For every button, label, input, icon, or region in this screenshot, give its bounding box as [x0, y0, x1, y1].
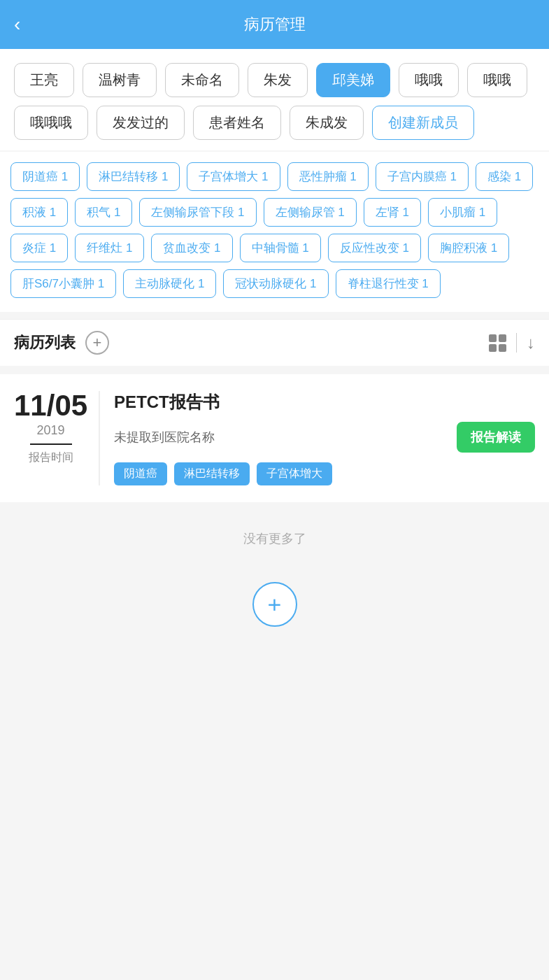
patient-tag[interactable]: 患者姓名: [193, 106, 281, 140]
condition-tag[interactable]: 感染 1: [476, 162, 533, 191]
record-cards: 11/05 2019 报告时间 PETCT报告书未提取到医院名称报告解读阴道癌淋…: [0, 374, 549, 502]
condition-tag[interactable]: 肝S6/7小囊肿 1: [10, 269, 116, 298]
header: ‹ 病历管理: [0, 0, 549, 49]
record-condition-tag[interactable]: 淋巴结转移: [174, 462, 250, 485]
record-condition-tag[interactable]: 阴道癌: [114, 462, 167, 485]
condition-tag[interactable]: 纤维灶 1: [75, 234, 144, 262]
condition-tag[interactable]: 积液 1: [10, 198, 68, 227]
patient-tag[interactable]: 哦哦: [399, 63, 459, 97]
condition-tag[interactable]: 脊柱退行性变 1: [336, 269, 441, 298]
patient-tag[interactable]: 创建新成员: [372, 106, 474, 140]
condition-tag[interactable]: 胸腔积液 1: [428, 234, 509, 262]
no-more-text: 没有更多了: [0, 502, 549, 568]
add-record-button[interactable]: +: [85, 331, 109, 355]
record-content: PETCT报告书未提取到医院名称报告解读阴道癌淋巴结转移子宫体增大: [114, 391, 535, 485]
condition-tag[interactable]: 反应性改变 1: [328, 234, 421, 262]
patient-tag[interactable]: 哦哦哦: [14, 106, 88, 140]
patient-tag[interactable]: 朱发: [248, 63, 308, 97]
condition-tag[interactable]: 子宫内膜癌 1: [376, 162, 469, 191]
patient-tag[interactable]: 温树青: [83, 63, 157, 97]
condition-section: 阴道癌 1淋巴结转移 1子宫体增大 1恶性肿瘤 1子宫内膜癌 1感染 1积液 1…: [0, 152, 549, 312]
grid-view-button[interactable]: [489, 334, 506, 352]
patient-tag[interactable]: 朱成发: [290, 106, 364, 140]
condition-tag[interactable]: 中轴骨髓 1: [240, 234, 321, 262]
condition-tag[interactable]: 子宫体增大 1: [187, 162, 280, 191]
condition-tag[interactable]: 积气 1: [75, 198, 132, 227]
condition-tags: 阴道癌 1淋巴结转移 1子宫体增大 1恶性肿瘤 1子宫内膜癌 1感染 1积液 1…: [10, 162, 539, 298]
patient-tags: 王亮温树青未命名朱发邱美娣哦哦哦哦哦哦哦发发过的患者姓名朱成发创建新成员: [14, 63, 535, 140]
condition-tag[interactable]: 炎症 1: [10, 234, 68, 262]
record-hospital-row: 未提取到医院名称报告解读: [114, 422, 535, 453]
record-list-title: 病历列表: [14, 332, 76, 353]
download-button[interactable]: ↓: [527, 333, 535, 353]
interpret-button[interactable]: 报告解读: [457, 422, 535, 453]
patient-tag[interactable]: 王亮: [14, 63, 74, 97]
record-date: 11/05 2019 报告时间: [14, 391, 100, 485]
record-date-label: 报告时间: [14, 450, 87, 465]
page-title: 病历管理: [244, 14, 306, 35]
condition-tag[interactable]: 主动脉硬化 1: [123, 269, 216, 298]
record-condition-tags: 阴道癌淋巴结转移子宫体增大: [114, 462, 535, 485]
patient-section: 王亮温树青未命名朱发邱美娣哦哦哦哦哦哦哦发发过的患者姓名朱成发创建新成员: [0, 49, 549, 150]
condition-tag[interactable]: 左侧输尿管下段 1: [139, 198, 256, 227]
patient-tag[interactable]: 未命名: [165, 63, 239, 97]
patient-tag[interactable]: 发发过的: [97, 106, 185, 140]
record-card: 11/05 2019 报告时间 PETCT报告书未提取到医院名称报告解读阴道癌淋…: [0, 374, 549, 502]
condition-tag[interactable]: 贫血改变 1: [151, 234, 232, 262]
condition-tag[interactable]: 左侧输尿管 1: [264, 198, 357, 227]
condition-tag[interactable]: 淋巴结转移 1: [87, 162, 180, 191]
patient-tag[interactable]: 邱美娣: [316, 63, 390, 97]
record-list-header: 病历列表 + ↓: [0, 319, 549, 366]
patient-tag[interactable]: 哦哦: [467, 63, 527, 97]
condition-tag[interactable]: 恶性肿瘤 1: [287, 162, 369, 191]
record-date-day: 11/05: [14, 391, 87, 420]
record-header-actions: ↓: [489, 333, 535, 353]
back-button[interactable]: ‹: [14, 13, 20, 36]
fab-container: +: [0, 568, 549, 655]
record-date-year: 2019: [14, 423, 87, 438]
record-hospital: 未提取到医院名称: [114, 429, 445, 446]
record-title: PETCT报告书: [114, 391, 535, 413]
divider: [516, 333, 517, 353]
condition-tag[interactable]: 阴道癌 1: [10, 162, 80, 191]
condition-tag[interactable]: 左肾 1: [364, 198, 421, 227]
condition-tag[interactable]: 冠状动脉硬化 1: [223, 269, 328, 298]
record-date-divider: [30, 443, 72, 445]
condition-tag[interactable]: 小肌瘤 1: [428, 198, 497, 227]
record-condition-tag[interactable]: 子宫体增大: [257, 462, 332, 485]
fab-add-button[interactable]: +: [252, 582, 297, 627]
